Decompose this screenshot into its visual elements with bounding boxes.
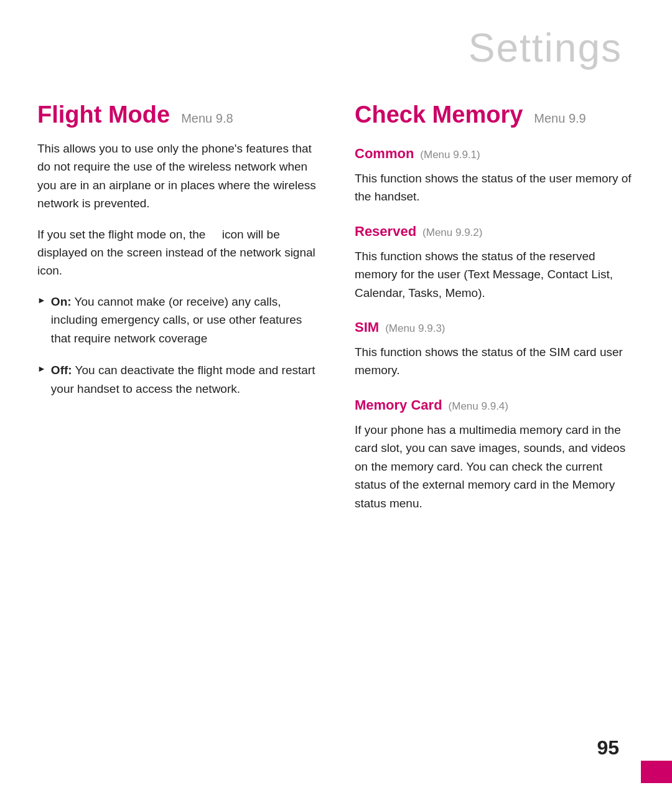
- reserved-title: Reserved: [355, 223, 416, 240]
- common-text: This function shows the status of the us…: [355, 169, 635, 206]
- bullet-item-off: ► Off: You can deactivate the flight mod…: [37, 361, 317, 398]
- flight-mode-para-1: This allows you to use only the phone's …: [37, 139, 317, 213]
- common-menu: (Menu 9.9.1): [420, 149, 480, 161]
- memory-card-text: If your phone has a multimedia memory ca…: [355, 421, 635, 512]
- bullet-off-term: Off:: [51, 364, 72, 377]
- bullet-arrow-on: ►: [37, 294, 46, 308]
- bullet-item-on: ► On: You cannot make (or receive) any c…: [37, 293, 317, 347]
- bullet-on-term: On:: [51, 295, 72, 308]
- memory-card-title: Memory Card: [355, 397, 442, 413]
- reserved-text: This function shows the status of the re…: [355, 247, 635, 302]
- check-memory-header: Check Memory Menu 9.9: [355, 102, 635, 128]
- common-title: Common: [355, 146, 414, 162]
- flight-mode-header: Flight Mode Menu 9.8: [37, 102, 317, 128]
- sim-menu: (Menu 9.9.3): [385, 322, 445, 335]
- check-memory-title: Check Memory: [355, 102, 523, 128]
- bullet-off-content: Off: You can deactivate the flight mode …: [51, 361, 317, 398]
- reserved-menu: (Menu 9.9.2): [422, 227, 482, 239]
- memory-card-menu: (Menu 9.9.4): [449, 400, 508, 413]
- right-column: Check Memory Menu 9.9 Common (Menu 9.9.1…: [355, 102, 635, 525]
- page-header: Settings: [0, 0, 672, 90]
- common-header: Common (Menu 9.9.1): [355, 146, 635, 162]
- left-column: Flight Mode Menu 9.8 This allows you to …: [37, 102, 317, 525]
- page-footer: 95: [641, 761, 672, 783]
- flight-mode-menu: Menu 9.8: [181, 111, 233, 126]
- content-columns: Flight Mode Menu 9.8 This allows you to …: [0, 90, 672, 525]
- reserved-header: Reserved (Menu 9.9.2): [355, 223, 635, 240]
- sim-text: This function shows the status of the SI…: [355, 343, 635, 380]
- page-number-bar: [641, 761, 672, 783]
- page-title: Settings: [469, 26, 622, 70]
- flight-mode-para-2: If you set the flight mode on, the icon …: [37, 225, 317, 280]
- page-number: 95: [597, 736, 638, 759]
- sim-header: SIM (Menu 9.9.3): [355, 319, 635, 336]
- flight-mode-bullets: ► On: You cannot make (or receive) any c…: [37, 293, 317, 398]
- bullet-off-text: You can deactivate the flight mode and r…: [51, 364, 315, 395]
- page: Settings Flight Mode Menu 9.8 This allow…: [0, 0, 672, 808]
- bullet-arrow-off: ►: [37, 362, 46, 376]
- bullet-on-text: You cannot make (or receive) any calls, …: [51, 295, 302, 345]
- bullet-on-content: On: You cannot make (or receive) any cal…: [51, 293, 317, 347]
- memory-card-header: Memory Card (Menu 9.9.4): [355, 397, 635, 413]
- sim-title: SIM: [355, 319, 379, 336]
- flight-mode-title: Flight Mode: [37, 102, 170, 128]
- check-memory-menu: Menu 9.9: [534, 111, 586, 126]
